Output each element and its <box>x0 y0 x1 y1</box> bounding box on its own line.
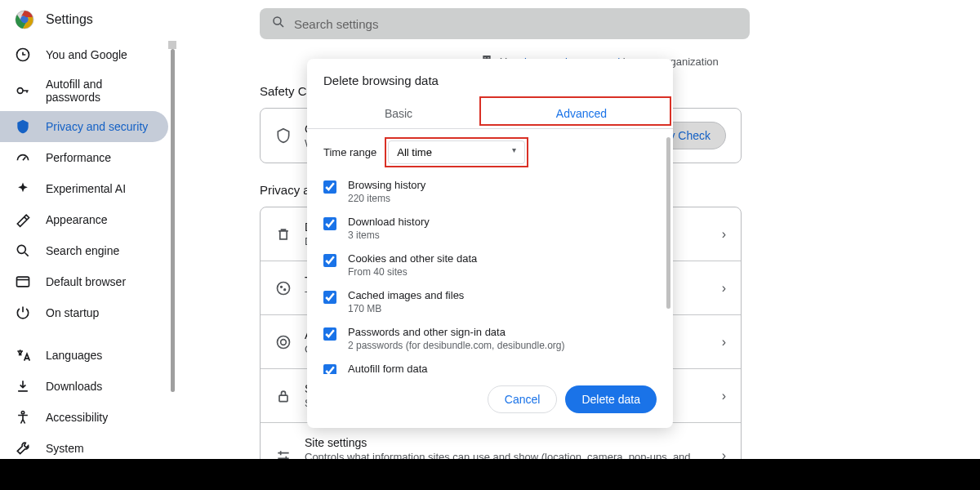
chevron-right-icon: › <box>722 389 726 403</box>
shield-check-icon <box>275 127 292 144</box>
search-icon <box>15 243 31 259</box>
checkbox-cookies[interactable] <box>323 254 336 267</box>
svg-point-4 <box>17 245 25 253</box>
chevron-right-icon: › <box>722 448 726 459</box>
sidebar-item-you-and-google[interactable]: You and Google <box>0 39 168 70</box>
key-icon <box>15 82 31 99</box>
power-icon <box>15 305 31 321</box>
sidebar-item-label: Search engine <box>46 244 119 257</box>
sidebar-item-label: System <box>46 442 84 455</box>
dialog-tabs: Basic Advanced <box>307 99 673 129</box>
chevron-right-icon: › <box>722 227 726 242</box>
sidebar-item-label: You and Google <box>46 48 127 61</box>
delete-data-button[interactable]: Delete data <box>565 385 657 413</box>
sidebar-item-autofill[interactable]: Autofill and passwords <box>0 70 168 111</box>
checkbox-row-download-history[interactable]: Download history3 items <box>323 216 657 241</box>
svg-point-0 <box>16 11 33 29</box>
trash-icon <box>275 226 292 243</box>
sidebar-item-system[interactable]: System <box>0 433 168 459</box>
ads-icon <box>275 334 292 350</box>
svg-point-6 <box>21 412 24 414</box>
browser-icon <box>15 274 31 290</box>
search-icon <box>271 15 286 33</box>
tune-icon <box>275 448 292 459</box>
checkbox-row-cache[interactable]: Cached images and files170 MB <box>323 289 657 314</box>
svg-point-7 <box>274 17 281 24</box>
sidebar-item-label: Privacy and security <box>46 120 148 133</box>
checkbox-row-cookies[interactable]: Cookies and other site dataFrom 40 sites <box>323 252 657 278</box>
chevron-right-icon: › <box>722 335 726 350</box>
wrench-icon <box>15 440 31 457</box>
shield-icon <box>15 118 31 135</box>
delete-browsing-data-dialog: Delete browsing data Basic Advanced Time… <box>307 59 673 428</box>
sidebar-scrollbar[interactable] <box>168 41 176 457</box>
dialog-body: Time range All time Browsing history220 … <box>307 129 673 374</box>
sidebar-item-label: Accessibility <box>46 411 108 424</box>
sidebar-item-label: On startup <box>46 306 99 319</box>
sidebar-item-accessibility[interactable]: Accessibility <box>0 402 168 433</box>
checkbox-cache[interactable] <box>323 291 336 304</box>
download-icon <box>15 378 31 394</box>
sidebar-item-label: Autofill and passwords <box>46 78 154 104</box>
palette-icon <box>15 212 31 228</box>
sidebar-item-privacy[interactable]: Privacy and security <box>0 111 168 142</box>
sidebar-item-label: Default browser <box>46 275 126 288</box>
sparkle-icon <box>15 180 31 197</box>
checkbox-row-passwords[interactable]: Passwords and other sign-in data2 passwo… <box>323 326 657 351</box>
search-settings-bar[interactable] <box>260 8 750 39</box>
header: Settings <box>0 0 980 39</box>
checkbox-download-history[interactable] <box>323 217 336 230</box>
cookie-icon <box>275 280 292 296</box>
chevron-right-icon: › <box>722 281 726 296</box>
sidebar-item-on-startup[interactable]: On startup <box>0 297 168 328</box>
sidebar-item-appearance[interactable]: Appearance <box>0 204 168 235</box>
svg-point-13 <box>278 282 290 294</box>
sidebar-item-performance[interactable]: Performance <box>0 142 168 173</box>
sidebar-item-label: Downloads <box>46 380 102 393</box>
tab-basic[interactable]: Basic <box>307 99 490 128</box>
time-range-label: Time range <box>323 146 376 158</box>
google-g-icon <box>15 47 31 63</box>
svg-point-3 <box>17 88 23 94</box>
sidebar-item-label: Appearance <box>46 213 108 226</box>
sidebar-item-experimental-ai[interactable]: Experimental AI <box>0 173 168 204</box>
tab-advanced[interactable]: Advanced <box>490 99 673 128</box>
svg-point-15 <box>284 288 286 290</box>
dialog-title: Delete browsing data <box>307 59 673 99</box>
sidebar-item-search-engine[interactable]: Search engine <box>0 235 168 266</box>
svg-rect-5 <box>17 277 29 287</box>
svg-point-2 <box>17 49 29 61</box>
checkbox-passwords[interactable] <box>323 327 336 341</box>
accessibility-icon <box>15 409 31 425</box>
time-range-select[interactable]: All time <box>388 140 525 164</box>
svg-point-17 <box>281 339 287 345</box>
cancel-button[interactable]: Cancel <box>488 385 558 413</box>
chrome-logo-icon <box>15 10 34 29</box>
checkbox-row-browsing-history[interactable]: Browsing history220 items <box>323 179 657 204</box>
sidebar-item-default-browser[interactable]: Default browser <box>0 266 168 297</box>
sidebar-item-downloads[interactable]: Downloads <box>0 371 168 402</box>
search-settings-input[interactable] <box>294 17 738 31</box>
svg-point-14 <box>281 286 283 287</box>
sidebar: You and Google Autofill and passwords Pr… <box>0 39 178 459</box>
sidebar-item-label: Languages <box>46 349 102 362</box>
sidebar-item-label: Performance <box>46 151 111 164</box>
svg-point-16 <box>278 336 290 348</box>
sidebar-item-languages[interactable]: Languages <box>0 340 168 371</box>
checkbox-browsing-history[interactable] <box>323 180 336 194</box>
checkbox-autofill[interactable] <box>323 364 336 374</box>
svg-point-1 <box>20 16 29 24</box>
page-title: Settings <box>46 12 93 27</box>
dialog-actions: Cancel Delete data <box>307 374 673 428</box>
checkbox-row-autofill[interactable]: Autofill form data <box>323 363 657 374</box>
lock-icon <box>275 388 292 404</box>
svg-rect-18 <box>279 395 287 402</box>
dialog-scrollbar[interactable] <box>665 129 671 358</box>
sidebar-item-label: Experimental AI <box>46 182 126 195</box>
speedometer-icon <box>15 149 31 166</box>
translate-icon <box>15 347 31 363</box>
